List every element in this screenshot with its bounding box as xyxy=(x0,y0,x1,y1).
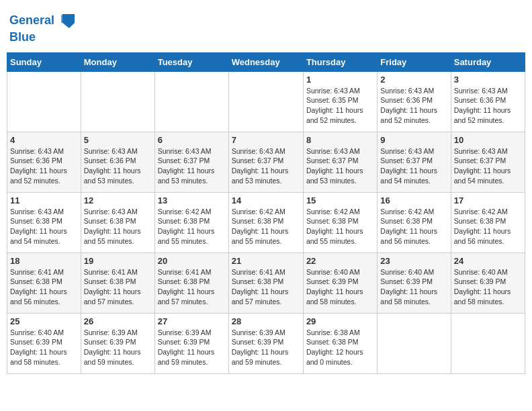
svg-marker-0 xyxy=(62,14,75,23)
calendar-cell: 15Sunrise: 6:42 AM Sunset: 6:38 PM Dayli… xyxy=(303,192,377,253)
day-number: 29 xyxy=(306,316,374,326)
day-info: Sunrise: 6:38 AM Sunset: 6:38 PM Dayligh… xyxy=(306,328,374,367)
day-info: Sunrise: 6:39 AM Sunset: 6:39 PM Dayligh… xyxy=(232,328,300,367)
day-number: 18 xyxy=(10,256,78,266)
day-info: Sunrise: 6:39 AM Sunset: 6:39 PM Dayligh… xyxy=(84,328,152,367)
day-number: 12 xyxy=(84,195,152,205)
calendar-cell: 1Sunrise: 6:43 AM Sunset: 6:35 PM Daylig… xyxy=(303,71,377,132)
day-number: 24 xyxy=(454,256,522,266)
day-number: 19 xyxy=(84,256,152,266)
day-info: Sunrise: 6:43 AM Sunset: 6:37 PM Dayligh… xyxy=(232,146,300,186)
calendar-week-3: 18Sunrise: 6:41 AM Sunset: 6:38 PM Dayli… xyxy=(7,253,525,313)
day-number: 20 xyxy=(158,256,226,266)
calendar-cell: 9Sunrise: 6:43 AM Sunset: 6:37 PM Daylig… xyxy=(378,132,451,192)
calendar-header-row: SundayMondayTuesdayWednesdayThursdayFrid… xyxy=(7,52,525,71)
day-info: Sunrise: 6:43 AM Sunset: 6:35 PM Dayligh… xyxy=(306,86,374,126)
logo: General Blue xyxy=(9,11,76,44)
day-info: Sunrise: 6:43 AM Sunset: 6:36 PM Dayligh… xyxy=(84,146,152,186)
calendar-cell: 11Sunrise: 6:43 AM Sunset: 6:38 PM Dayli… xyxy=(7,192,81,253)
logo-blue: Blue xyxy=(9,31,76,44)
weekday-header-wednesday: Wednesday xyxy=(228,52,303,71)
calendar-week-4: 25Sunrise: 6:40 AM Sunset: 6:39 PM Dayli… xyxy=(7,313,525,373)
calendar-cell: 17Sunrise: 6:42 AM Sunset: 6:38 PM Dayli… xyxy=(451,192,525,253)
calendar-cell: 2Sunrise: 6:43 AM Sunset: 6:36 PM Daylig… xyxy=(378,71,451,132)
day-info: Sunrise: 6:42 AM Sunset: 6:38 PM Dayligh… xyxy=(380,207,447,246)
day-info: Sunrise: 6:43 AM Sunset: 6:36 PM Dayligh… xyxy=(380,86,447,126)
day-info: Sunrise: 6:41 AM Sunset: 6:38 PM Dayligh… xyxy=(84,267,152,307)
logo-text: General xyxy=(9,14,54,28)
day-info: Sunrise: 6:39 AM Sunset: 6:39 PM Dayligh… xyxy=(158,328,226,367)
calendar-cell: 13Sunrise: 6:42 AM Sunset: 6:38 PM Dayli… xyxy=(154,192,228,253)
page-header: General Blue xyxy=(7,7,525,48)
day-number: 25 xyxy=(10,316,78,326)
day-info: Sunrise: 6:43 AM Sunset: 6:37 PM Dayligh… xyxy=(454,146,522,186)
calendar-table: SundayMondayTuesdayWednesdayThursdayFrid… xyxy=(7,52,525,374)
calendar-cell: 19Sunrise: 6:41 AM Sunset: 6:38 PM Dayli… xyxy=(81,253,154,313)
calendar-cell: 14Sunrise: 6:42 AM Sunset: 6:38 PM Dayli… xyxy=(228,192,303,253)
day-number: 15 xyxy=(306,195,374,205)
calendar-body: 1Sunrise: 6:43 AM Sunset: 6:35 PM Daylig… xyxy=(7,71,525,373)
day-number: 2 xyxy=(380,75,447,85)
day-number: 14 xyxy=(232,195,300,205)
calendar-cell: 6Sunrise: 6:43 AM Sunset: 6:37 PM Daylig… xyxy=(154,132,228,192)
day-info: Sunrise: 6:43 AM Sunset: 6:37 PM Dayligh… xyxy=(158,146,226,186)
weekday-header-tuesday: Tuesday xyxy=(154,52,228,71)
calendar-cell: 20Sunrise: 6:41 AM Sunset: 6:38 PM Dayli… xyxy=(154,253,228,313)
day-number: 3 xyxy=(454,75,522,85)
day-number: 10 xyxy=(454,135,522,145)
weekday-header-friday: Friday xyxy=(378,52,451,71)
day-info: Sunrise: 6:43 AM Sunset: 6:38 PM Dayligh… xyxy=(10,207,78,246)
calendar-cell: 28Sunrise: 6:39 AM Sunset: 6:39 PM Dayli… xyxy=(228,313,303,373)
day-info: Sunrise: 6:42 AM Sunset: 6:38 PM Dayligh… xyxy=(306,207,374,246)
day-info: Sunrise: 6:42 AM Sunset: 6:38 PM Dayligh… xyxy=(232,207,300,246)
calendar-cell xyxy=(378,313,451,373)
day-number: 22 xyxy=(306,256,374,266)
day-info: Sunrise: 6:40 AM Sunset: 6:39 PM Dayligh… xyxy=(306,267,374,307)
day-number: 13 xyxy=(158,195,226,205)
svg-marker-1 xyxy=(62,23,75,28)
calendar-cell: 7Sunrise: 6:43 AM Sunset: 6:37 PM Daylig… xyxy=(228,132,303,192)
day-info: Sunrise: 6:41 AM Sunset: 6:38 PM Dayligh… xyxy=(10,267,78,307)
calendar-cell: 21Sunrise: 6:41 AM Sunset: 6:38 PM Dayli… xyxy=(228,253,303,313)
weekday-header-monday: Monday xyxy=(81,52,154,71)
day-number: 8 xyxy=(306,135,374,145)
day-number: 5 xyxy=(84,135,152,145)
day-number: 9 xyxy=(380,135,447,145)
day-info: Sunrise: 6:43 AM Sunset: 6:37 PM Dayligh… xyxy=(306,146,374,186)
calendar-cell xyxy=(81,71,154,132)
day-info: Sunrise: 6:40 AM Sunset: 6:39 PM Dayligh… xyxy=(10,328,78,367)
day-number: 17 xyxy=(454,195,522,205)
calendar-cell: 5Sunrise: 6:43 AM Sunset: 6:36 PM Daylig… xyxy=(81,132,154,192)
day-number: 11 xyxy=(10,195,78,205)
day-number: 4 xyxy=(10,135,78,145)
calendar-cell: 23Sunrise: 6:40 AM Sunset: 6:39 PM Dayli… xyxy=(378,253,451,313)
calendar-cell: 26Sunrise: 6:39 AM Sunset: 6:39 PM Dayli… xyxy=(81,313,154,373)
calendar-cell xyxy=(228,71,303,132)
calendar-cell: 16Sunrise: 6:42 AM Sunset: 6:38 PM Dayli… xyxy=(378,192,451,253)
day-number: 16 xyxy=(380,195,447,205)
day-info: Sunrise: 6:43 AM Sunset: 6:36 PM Dayligh… xyxy=(10,146,78,186)
calendar-week-1: 4Sunrise: 6:43 AM Sunset: 6:36 PM Daylig… xyxy=(7,132,525,192)
calendar-cell: 10Sunrise: 6:43 AM Sunset: 6:37 PM Dayli… xyxy=(451,132,525,192)
calendar-cell: 24Sunrise: 6:40 AM Sunset: 6:39 PM Dayli… xyxy=(451,253,525,313)
day-number: 6 xyxy=(158,135,226,145)
day-info: Sunrise: 6:40 AM Sunset: 6:39 PM Dayligh… xyxy=(454,267,522,307)
calendar-week-2: 11Sunrise: 6:43 AM Sunset: 6:38 PM Dayli… xyxy=(7,192,525,253)
calendar-cell: 3Sunrise: 6:43 AM Sunset: 6:36 PM Daylig… xyxy=(451,71,525,132)
calendar-cell: 12Sunrise: 6:43 AM Sunset: 6:38 PM Dayli… xyxy=(81,192,154,253)
svg-marker-2 xyxy=(61,14,62,23)
calendar-cell: 29Sunrise: 6:38 AM Sunset: 6:38 PM Dayli… xyxy=(303,313,377,373)
day-info: Sunrise: 6:41 AM Sunset: 6:38 PM Dayligh… xyxy=(232,267,300,307)
day-number: 21 xyxy=(232,256,300,266)
day-number: 23 xyxy=(380,256,447,266)
weekday-header-saturday: Saturday xyxy=(451,52,525,71)
day-info: Sunrise: 6:42 AM Sunset: 6:38 PM Dayligh… xyxy=(454,207,522,246)
weekday-header-thursday: Thursday xyxy=(303,52,377,71)
calendar-cell: 18Sunrise: 6:41 AM Sunset: 6:38 PM Dayli… xyxy=(7,253,81,313)
calendar-cell xyxy=(154,71,228,132)
day-info: Sunrise: 6:43 AM Sunset: 6:38 PM Dayligh… xyxy=(84,207,152,246)
calendar-cell: 4Sunrise: 6:43 AM Sunset: 6:36 PM Daylig… xyxy=(7,132,81,192)
calendar-cell: 27Sunrise: 6:39 AM Sunset: 6:39 PM Dayli… xyxy=(154,313,228,373)
day-number: 27 xyxy=(158,316,226,326)
calendar-cell xyxy=(451,313,525,373)
